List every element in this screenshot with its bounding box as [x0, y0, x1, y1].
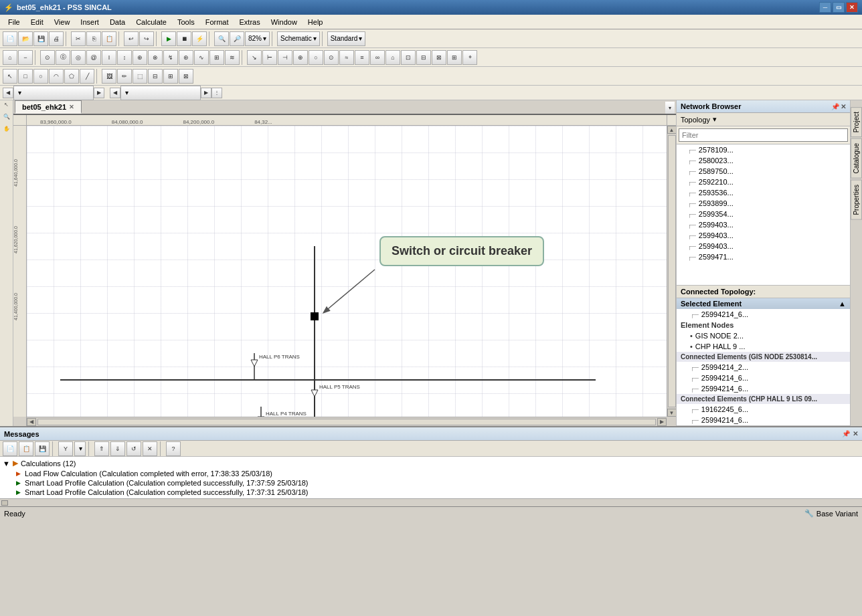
scroll-down-arrow[interactable]: ▼ [667, 409, 677, 417]
nb-item-10[interactable]: ┌─ 2599471... [677, 251, 850, 262]
nb-gis-0[interactable]: ┌─ 25994214_2... [677, 362, 850, 373]
menu-data[interactable]: Data [104, 17, 131, 27]
tab-close-icon[interactable]: ✕ [69, 104, 74, 110]
tb-s25[interactable]: ⊟ [416, 50, 431, 65]
toolbox-select[interactable]: ↖ [1, 102, 12, 112]
tab-nav-dropdown1[interactable]: ▾ [13, 86, 94, 100]
tb-s5[interactable]: I [102, 50, 116, 65]
tb-home[interactable]: ⌂ [3, 50, 17, 65]
tb-draw4[interactable]: ⊟ [148, 69, 163, 84]
msg-item-2[interactable]: ▶ Smart Load Profile Calculation (Calcul… [3, 488, 859, 497]
tb-draw3[interactable]: ⬚ [133, 69, 147, 84]
menu-view[interactable]: View [49, 17, 76, 27]
tb-open[interactable]: 📂 [18, 31, 33, 46]
tb-s2[interactable]: ⓪ [56, 50, 70, 65]
tab-nav-prev2[interactable]: ◀ [110, 88, 120, 98]
tab-nav-more[interactable]: ⋮ [211, 88, 222, 98]
tb-line[interactable]: ╱ [80, 69, 94, 84]
tb-pointer[interactable]: ↖ [3, 69, 17, 84]
tb-undo[interactable]: ↩ [124, 31, 139, 46]
menu-window[interactable]: Window [266, 17, 303, 27]
tb-s16[interactable]: ⊣ [278, 50, 292, 65]
tb-arc[interactable]: ◠ [49, 69, 64, 84]
nb-node-0[interactable]: • GIS NODE 2... [677, 330, 850, 341]
tb-print[interactable]: 🖨 [49, 31, 64, 46]
minimize-button[interactable]: ─ [819, 2, 831, 13]
tab-nav-prev[interactable]: ◀ [3, 88, 13, 98]
msg-scroll-thumb[interactable] [1, 500, 8, 506]
msg-item-1[interactable]: ▶ Smart Load Profile Calculation (Calcul… [3, 478, 859, 488]
msg-tb-1[interactable]: 📄 [3, 441, 17, 456]
nb-item-2[interactable]: ┌─ 2589750... [677, 166, 850, 177]
tb-s23[interactable]: ⌂ [385, 50, 400, 65]
nb-node-1[interactable]: • CHP HALL 9 ... [677, 341, 850, 352]
tab-nav-next[interactable]: ▶ [94, 88, 104, 98]
side-tab-catalogue[interactable]: Catalogue [851, 138, 862, 179]
nb-selected-value[interactable]: ┌─ 25994214_6... [677, 309, 850, 320]
tb-new[interactable]: 📄 [3, 31, 17, 46]
msg-scrollbar-h[interactable] [0, 498, 862, 506]
menu-edit[interactable]: Edit [25, 17, 49, 27]
nb-item-9[interactable]: ┌─ 2599403... [677, 241, 850, 251]
style-dropdown[interactable]: Standard ▾ [327, 31, 366, 46]
tb-redo[interactable]: ↪ [139, 31, 154, 46]
tb-s6[interactable]: ↕ [117, 50, 132, 65]
scroll-thumb-h[interactable] [37, 419, 656, 425]
maximize-button[interactable]: ▭ [833, 2, 845, 13]
view-mode-dropdown[interactable]: Schematic ▾ [277, 31, 320, 46]
scroll-thumb-v[interactable] [668, 135, 676, 407]
nb-close-icon[interactable]: ✕ [841, 103, 846, 110]
tb-s17[interactable]: ⊕ [293, 50, 308, 65]
tb-s20[interactable]: ≈ [339, 50, 354, 65]
tb-s26[interactable]: ⊠ [432, 50, 446, 65]
msg-pin-icon[interactable]: 📌 [842, 430, 850, 437]
nb-item-7[interactable]: ┌─ 2599403... [677, 219, 850, 230]
tab-bet05[interactable]: bet05_ehk21 ✕ [15, 100, 82, 114]
tb-s12[interactable]: ⊞ [209, 50, 224, 65]
tb-s19[interactable]: ⊙ [324, 50, 339, 65]
toolbox-pan[interactable]: ✋ [1, 126, 12, 136]
tb-minus[interactable]: − [18, 50, 33, 65]
tb-s9[interactable]: ↯ [163, 50, 178, 65]
scroll-left-arrow[interactable]: ◀ [27, 418, 36, 426]
menu-insert[interactable]: Insert [75, 17, 104, 27]
nb-gis-2[interactable]: ┌─ 25994214_6... [677, 383, 850, 394]
tb-stop[interactable]: ⏹ [177, 31, 191, 46]
msg-tb-2[interactable]: 📋 [19, 441, 33, 456]
nb-item-5[interactable]: ┌─ 2593899... [677, 198, 850, 209]
zoom-dropdown[interactable]: 82% ▾ [245, 31, 270, 46]
side-tab-project[interactable]: Project [851, 107, 862, 137]
tb-s8[interactable]: ⊗ [148, 50, 163, 65]
nb-item-8[interactable]: ┌─ 2599403... [677, 230, 850, 241]
tb-zoom-out[interactable]: 🔎 [230, 31, 244, 46]
tb-s22[interactable]: ∞ [370, 50, 385, 65]
tb-cut[interactable]: ✂ [71, 31, 86, 46]
nb-item-6[interactable]: ┌─ 2599354... [677, 209, 850, 219]
menu-file[interactable]: File [3, 17, 25, 27]
nb-chp-1[interactable]: ┌─ 25994214_6... [677, 415, 850, 425]
msg-tb-help[interactable]: ? [166, 441, 181, 456]
tb-polygon[interactable]: ⬠ [64, 69, 79, 84]
close-button[interactable]: ✕ [846, 2, 858, 13]
msg-group-header[interactable]: ▼ ▶ Calculations (12) [3, 457, 859, 469]
tb-s10[interactable]: ⊛ [179, 50, 193, 65]
tb-run[interactable]: ▶ [161, 31, 176, 46]
canvas[interactable]: HALL P6 TRANS HALL P5 TRANS HALL P4 TRAN… [27, 126, 667, 417]
tb-img[interactable]: 🖼 [102, 69, 116, 84]
toolbox-zoom[interactable]: 🔍 [1, 114, 12, 124]
tb-s27[interactable]: ⊞ [447, 50, 462, 65]
nb-item-4[interactable]: ┌─ 2593536... [677, 187, 850, 198]
tb-calc2[interactable]: ⚡ [192, 31, 207, 46]
msg-tb-up[interactable]: ⇑ [94, 441, 109, 456]
tb-draw2[interactable]: ✏ [117, 69, 132, 84]
nb-gis-1[interactable]: ┌─ 25994214_6... [677, 373, 850, 383]
msg-tb-3[interactable]: 💾 [35, 441, 50, 456]
msg-close-icon[interactable]: ✕ [853, 430, 858, 437]
nb-chp-0[interactable]: ┌─ 19162245_6... [677, 404, 850, 415]
tb-s24[interactable]: ⊡ [401, 50, 416, 65]
menu-help[interactable]: Help [303, 17, 329, 27]
tb-draw6[interactable]: ⊠ [179, 69, 193, 84]
tb-copy[interactable]: ⎘ [86, 31, 101, 46]
tb-s14[interactable]: ↘ [247, 50, 262, 65]
tb-s28[interactable]: ⌖ [462, 50, 477, 65]
